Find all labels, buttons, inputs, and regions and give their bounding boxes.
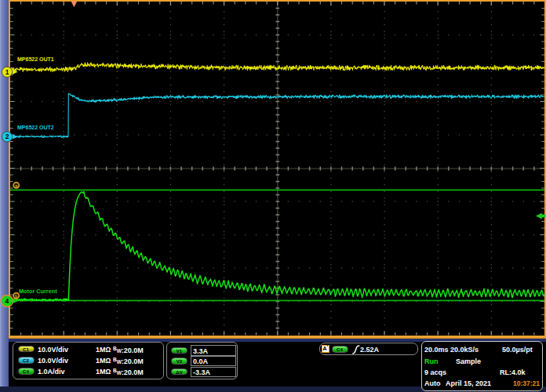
svg-text:1: 1 bbox=[5, 68, 9, 76]
svg-text:Motor Current: Motor Current bbox=[19, 288, 57, 295]
svg-text:4: 4 bbox=[5, 297, 9, 305]
svg-text:MP6522 OUT2: MP6522 OUT2 bbox=[17, 125, 54, 130]
svg-text:2: 2 bbox=[5, 132, 9, 140]
svg-text:MP6522 OUT1: MP6522 OUT1 bbox=[17, 56, 54, 62]
